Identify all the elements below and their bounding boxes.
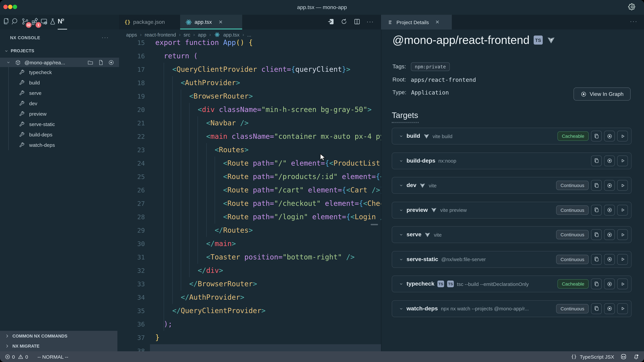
close-icon[interactable]: ✕ [218, 19, 223, 25]
target-card-build[interactable]: buildvite buildCacheable [392, 128, 632, 144]
chevron-down-icon[interactable] [399, 232, 404, 237]
chevron-down-icon[interactable] [399, 158, 404, 163]
view-in-graph-button[interactable] [604, 254, 615, 265]
code-editor[interactable]: 15export function App() {16 return (17 <… [119, 29, 381, 351]
view-in-graph-button[interactable] [604, 229, 615, 240]
sidebar-more-actions-icon[interactable]: ··· [102, 34, 109, 40]
view-in-graph-button[interactable] [604, 205, 615, 215]
copy-button[interactable] [591, 303, 602, 314]
activity-bar-nx-console-icon[interactable]: N≥ [58, 17, 67, 27]
chevron-down-icon[interactable] [399, 208, 404, 212]
typescript-badge-icon: TS [438, 281, 444, 287]
run-target-button[interactable] [617, 254, 628, 265]
focus-target-icon[interactable] [108, 59, 114, 65]
sidebar-target-typecheck[interactable]: typecheck [0, 67, 119, 77]
sidebar-section-nx-migrate[interactable]: NX MIGRATE [0, 341, 118, 351]
activity-bar-source-control-icon[interactable]: 32 [21, 17, 30, 27]
code-line: </Routes> [155, 224, 253, 237]
sidebar-target-serve-static[interactable]: serve-static [0, 119, 119, 129]
tab-package.json[interactable]: {}package.json [119, 15, 180, 29]
copy-button[interactable] [591, 279, 602, 289]
settings-gear-icon[interactable] [628, 3, 636, 11]
close-icon[interactable]: ✕ [435, 19, 440, 25]
copy-button[interactable] [591, 205, 602, 215]
copy-button[interactable] [591, 229, 602, 240]
refresh-icon[interactable] [340, 18, 348, 25]
run-target-button[interactable] [617, 131, 628, 141]
activity-bar-testing-icon[interactable] [49, 17, 58, 27]
run-target-button[interactable] [617, 279, 628, 289]
view-in-graph-button[interactable] [604, 155, 615, 166]
target-card-typecheck[interactable]: typecheckTSTStsc --build --emitDeclarati… [392, 276, 632, 292]
project-tree-item[interactable]: @mono-app/rea... [0, 58, 119, 67]
target-card-serve-static[interactable]: serve-static@nx/web:file-serverContinuou… [392, 251, 632, 268]
code-line: <QueryClientProvider client={queryClient… [155, 63, 350, 76]
editor-more-actions-icon[interactable]: ··· [366, 18, 374, 25]
split-editor-icon[interactable] [354, 18, 360, 25]
sidebar-target-serve[interactable]: serve [0, 88, 119, 98]
chevron-down-icon[interactable] [399, 257, 404, 262]
target-card-dev[interactable]: devviteContinuous [392, 177, 632, 194]
panel-more-actions-icon[interactable]: ··· [630, 18, 638, 25]
breadcrumb-item[interactable]: apps [126, 32, 137, 37]
line-number: 33 [119, 277, 145, 291]
view-in-graph-button[interactable] [604, 279, 615, 289]
target-card-preview[interactable]: previewvite previewContinuous [392, 202, 632, 218]
target-command: vite build [432, 133, 452, 139]
sidebar-target-watch-deps[interactable]: watch-deps [0, 140, 119, 150]
target-card-serve[interactable]: serveviteContinuous [392, 226, 632, 243]
tab-app.tsx[interactable]: app.tsx✕ [180, 15, 242, 29]
graph-target-icon [580, 91, 587, 97]
chevron-down-icon[interactable] [399, 183, 404, 188]
copy-button[interactable] [591, 155, 602, 166]
activity-bar-extensions-icon[interactable]: 1 [31, 17, 40, 27]
run-target-button[interactable] [617, 303, 628, 314]
run-target-button[interactable] [617, 155, 628, 166]
status-badge: Continuous [556, 255, 589, 264]
copy-button[interactable] [591, 131, 602, 141]
copy-button[interactable] [591, 180, 602, 191]
sidebar-target-dev[interactable]: dev [0, 98, 119, 109]
code-line: <Navbar /> [155, 116, 248, 130]
open-changes-icon[interactable] [327, 18, 334, 25]
breadcrumb-item[interactable]: app [198, 32, 206, 37]
view-in-graph-button[interactable] [604, 303, 615, 314]
breadcrumb-item[interactable]: ... [247, 32, 251, 37]
view-in-graph-button[interactable] [604, 180, 615, 191]
chevron-down-icon[interactable] [399, 282, 404, 286]
run-target-button[interactable] [617, 180, 628, 191]
target-card-watch-deps[interactable]: watch-depsnpx nx watch --projects @mono-… [392, 300, 632, 317]
panel-tab-label: Project Details [396, 19, 429, 25]
sidebar-target-build-deps[interactable]: build-deps [0, 129, 119, 140]
sidebar-target-build[interactable]: build [0, 77, 119, 88]
editor-scrollbar-thumb[interactable] [371, 224, 378, 225]
notifications-bell-icon[interactable] [633, 354, 639, 360]
breadcrumb-item[interactable]: app.tsx [223, 32, 240, 37]
run-target-button[interactable] [617, 205, 628, 215]
language-mode-selector[interactable]: {} TypeScript JSX [571, 354, 614, 360]
activity-bar-explorer-icon[interactable] [2, 17, 12, 27]
breadcrumb-separator: › [209, 32, 211, 37]
breadcrumb-item[interactable]: src [184, 32, 190, 37]
breadcrumb-item[interactable]: react-frontend [144, 32, 176, 37]
sidebar-section-common-nx-commands[interactable]: COMMON NX COMMANDS [0, 331, 118, 341]
target-card-build-deps[interactable]: build-depsnx:noop [392, 152, 632, 169]
target-command: vite [429, 183, 437, 188]
view-in-graph-button[interactable] [604, 131, 615, 141]
projects-section-header[interactable]: PROJECTS [4, 48, 34, 53]
tab-project-details[interactable]: Project Details ✕ [381, 15, 452, 29]
open-config-file-icon[interactable] [98, 59, 104, 65]
chevron-down-icon[interactable] [399, 134, 404, 138]
sidebar-target-preview[interactable]: preview [0, 109, 119, 119]
activity-bar-search-icon[interactable] [11, 17, 20, 27]
copilot-icon[interactable] [620, 354, 627, 360]
problems-indicator[interactable]: 0 0 [5, 354, 28, 360]
chevron-down-icon[interactable] [399, 306, 404, 311]
run-target-button[interactable] [617, 229, 628, 240]
copy-button[interactable] [591, 254, 602, 265]
chevron-down-icon [6, 60, 11, 65]
folder-icon[interactable] [87, 59, 94, 65]
activity-bar-remote-explorer-icon[interactable] [40, 17, 49, 27]
view-in-graph-button[interactable]: View In Graph [574, 87, 630, 100]
target-command: npx nx watch --projects @mono-app/r... [441, 306, 529, 311]
